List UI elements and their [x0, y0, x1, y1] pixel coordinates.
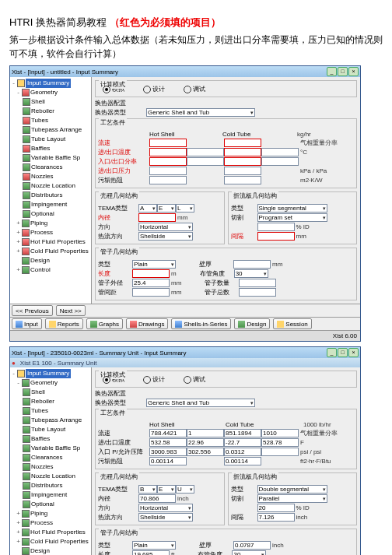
tree-item[interactable]: Geometry [30, 378, 58, 388]
tree-item[interactable]: Tube Layout [31, 425, 65, 434]
tree-item[interactable]: Tubepass Arrange [31, 416, 82, 425]
tree-item[interactable]: Tubepass Arrange [31, 125, 82, 135]
inp[interactable]: 0.0312 [224, 448, 261, 456]
hx-type-select[interactable]: Generic Shell and Tub [146, 108, 255, 117]
tube-type[interactable]: Plain [132, 541, 176, 550]
tema-c[interactable]: L [176, 204, 194, 213]
tree-item[interactable]: Distributors [31, 191, 62, 200]
tree-item[interactable]: Hot Fluid Properties [30, 528, 86, 537]
hotfluid-select[interactable]: Shellside [138, 513, 193, 522]
prev-button[interactable]: << Previous [12, 305, 53, 316]
tree-item[interactable]: Geometry [30, 88, 58, 97]
tube-len[interactable] [132, 269, 170, 278]
tree-item[interactable]: Shell [31, 388, 45, 397]
layout[interactable]: 30 [232, 550, 266, 555]
tree-item[interactable]: Piping [30, 219, 47, 228]
inp[interactable] [149, 157, 187, 166]
baffle-type[interactable]: Single segmental [257, 204, 327, 213]
tab-session[interactable]: Session [273, 318, 311, 329]
max-icon[interactable]: □ [338, 348, 348, 357]
tab-shells[interactable]: Shells-in-Series [171, 318, 231, 329]
tree-item[interactable]: Baffles [31, 144, 50, 153]
close-icon[interactable]: × [348, 348, 359, 357]
tube-pitch[interactable] [233, 260, 271, 269]
tree-item[interactable]: Shell [31, 97, 45, 107]
tree-item[interactable]: Reboiler [31, 107, 54, 116]
tree-item[interactable]: Impingement [31, 490, 67, 500]
tree-item[interactable]: Cold Fluid Properties [30, 247, 89, 256]
tema-c[interactable]: U [176, 485, 194, 494]
next-button[interactable]: Next >> [56, 305, 86, 316]
tab-input[interactable]: Input [12, 318, 42, 329]
tab-design[interactable]: Design [234, 318, 270, 329]
tab-drawings[interactable]: Drawings [126, 318, 168, 329]
mode-debug-radio[interactable] [184, 86, 191, 93]
tube-type[interactable]: Plain [132, 260, 176, 269]
tree-item[interactable]: Hot Fluid Properties [30, 237, 86, 247]
inp[interactable] [261, 448, 299, 456]
inp[interactable]: 851.1894 [224, 429, 261, 437]
tube-len[interactable]: 19.685 [132, 550, 170, 555]
inp[interactable]: 528.78 [261, 438, 299, 447]
tube-pass[interactable] [239, 288, 276, 297]
inp[interactable] [224, 157, 261, 166]
tree-item[interactable]: Design [30, 546, 50, 555]
inp[interactable]: 1010 [261, 429, 299, 437]
tree-item[interactable]: Baffles [31, 434, 50, 444]
baffle-cut[interactable]: Parallel [257, 494, 327, 503]
layout[interactable]: 30 [234, 269, 268, 278]
min-icon[interactable]: _ [327, 348, 337, 357]
inp[interactable]: 532.58 [149, 438, 187, 447]
tree-item[interactable]: Process [30, 518, 53, 528]
max-icon[interactable]: □ [338, 67, 348, 76]
tube-pitch2[interactable] [132, 288, 170, 297]
tree-item[interactable]: Nozzle Location [31, 472, 75, 481]
inp[interactable] [149, 167, 187, 175]
inp[interactable]: 788.4421 [149, 429, 187, 437]
inp[interactable] [261, 157, 299, 166]
mode-design-radio[interactable] [143, 376, 151, 384]
tree-item[interactable]: Nozzle Location [31, 181, 75, 191]
baffle-type[interactable]: Double segmental [257, 485, 327, 494]
tree-item[interactable]: Distributors [31, 481, 62, 490]
inp[interactable]: 1 [187, 429, 224, 437]
inp[interactable]: 302.556 [187, 448, 224, 456]
orient-select[interactable]: Horizontal [138, 223, 193, 231]
tree-item[interactable]: Process [30, 228, 53, 237]
id-input[interactable]: 70.866 [138, 494, 176, 503]
mode-design-radio[interactable] [143, 86, 151, 93]
orient-select[interactable]: Horizontal [138, 504, 193, 512]
tree-input-summary[interactable]: Input Summary [26, 369, 71, 378]
flow-cold-input[interactable] [224, 139, 261, 147]
tree-item[interactable]: Clearances [31, 163, 62, 172]
baffle-cut[interactable]: Program set [257, 213, 327, 222]
inp[interactable] [149, 176, 187, 184]
tree-item[interactable]: Optional [31, 500, 54, 509]
baffle-int[interactable]: 7.126 [257, 513, 295, 522]
inp[interactable] [187, 148, 224, 156]
baffle-pct[interactable]: 20 [257, 504, 295, 512]
inp[interactable] [149, 148, 187, 156]
mode-rating-radio[interactable] [103, 86, 110, 93]
close-icon[interactable]: × [348, 67, 359, 76]
mode-rating-radio[interactable] [103, 376, 110, 384]
flow-hot-input[interactable] [149, 139, 187, 147]
inp[interactable] [187, 157, 224, 166]
nav-tree[interactable]: -Input Summary -Geometry Shell Reboiler … [10, 77, 92, 304]
inp[interactable]: 22.96 [187, 438, 224, 447]
hotfluid-select[interactable]: Shellside [138, 232, 193, 241]
tree-item[interactable]: Variable Baffle Sp [31, 444, 80, 453]
inp[interactable]: 0.00114 [224, 457, 261, 465]
inp[interactable] [224, 167, 261, 175]
tube-count[interactable] [239, 279, 276, 287]
tree-item[interactable]: Design [30, 256, 50, 265]
tube-od[interactable]: 25.4 [132, 279, 170, 287]
tree-item[interactable]: Variable Baffle Sp [31, 153, 80, 163]
min-icon[interactable]: _ [327, 67, 337, 76]
tree-item[interactable]: Cold Fluid Properties [30, 537, 89, 546]
inp[interactable] [224, 148, 261, 156]
nav-tree[interactable]: -Input Summary -Geometry Shell Reboiler … [10, 367, 92, 555]
tree-item[interactable]: Nozzles [31, 462, 53, 472]
id-input[interactable] [138, 213, 176, 222]
inp[interactable]: 0.00114 [149, 457, 187, 465]
